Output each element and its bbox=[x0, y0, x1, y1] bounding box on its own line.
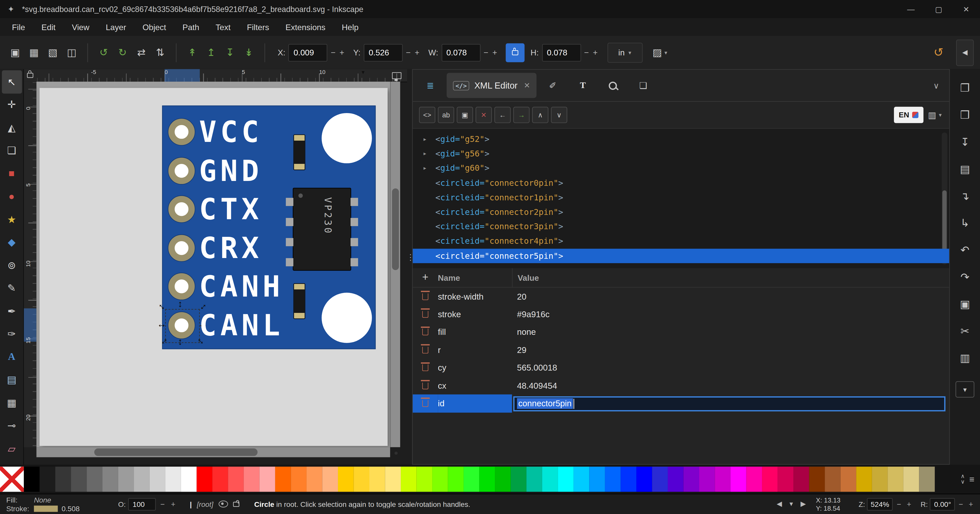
palette-swatch[interactable] bbox=[872, 466, 888, 492]
xml-node-g52[interactable]: ▸<g id="g52"> bbox=[413, 132, 949, 146]
palette-swatch[interactable] bbox=[479, 466, 495, 492]
connector-pad-ctx[interactable] bbox=[169, 196, 195, 222]
new-element-node-button[interactable]: <> bbox=[419, 107, 435, 123]
delete-attribute-button[interactable] bbox=[413, 306, 438, 323]
palette-swatch[interactable] bbox=[589, 466, 605, 492]
lower-button[interactable]: ↧ bbox=[221, 42, 239, 63]
delete-attribute-button[interactable] bbox=[413, 323, 438, 341]
new-document-icon[interactable]: ❐ bbox=[960, 83, 970, 94]
dock-collapse-icon[interactable]: ∨ bbox=[933, 81, 939, 90]
connector-pad-gnd[interactable] bbox=[169, 158, 195, 184]
xml-node-connector2pin[interactable]: <circle id="connector2pin"> bbox=[413, 205, 949, 219]
palette-swatch[interactable] bbox=[401, 466, 417, 492]
zoom-decrement-button[interactable]: − bbox=[895, 500, 903, 508]
duplicate-icon[interactable]: ▣ bbox=[960, 299, 970, 310]
mounting-hole[interactable] bbox=[321, 113, 372, 163]
raise-to-top-button[interactable]: ↟ bbox=[183, 42, 201, 63]
palette-swatch[interactable] bbox=[353, 466, 369, 492]
width-increment-button[interactable]: + bbox=[490, 44, 499, 61]
tab-document[interactable]: ❏ bbox=[629, 73, 657, 98]
flip-horizontal-button[interactable]: ⇄ bbox=[132, 42, 150, 63]
no-color-swatch[interactable] bbox=[0, 466, 24, 492]
palette-swatch[interactable] bbox=[150, 466, 165, 492]
mesh-tool[interactable]: ▦ bbox=[2, 391, 22, 414]
current-layer-label[interactable]: [root] bbox=[197, 500, 213, 508]
component-capacitor[interactable] bbox=[293, 283, 305, 319]
y-decrement-button[interactable]: − bbox=[404, 44, 412, 61]
rotation-decrement-button[interactable]: − bbox=[957, 500, 965, 508]
display-mode-button[interactable] bbox=[391, 70, 402, 81]
cut-icon[interactable]: ✂ bbox=[960, 326, 969, 337]
palette-swatch[interactable] bbox=[652, 466, 668, 492]
rotation-input[interactable]: 0.00° bbox=[930, 498, 955, 511]
breadboard-drawing[interactable]: VP230 ↔↔↔↔↔↔↕↕ VCCGNDCTXCRXCANHCANL bbox=[162, 105, 376, 349]
vertical-scrollbar[interactable] bbox=[390, 82, 400, 447]
palette-swatch[interactable] bbox=[448, 466, 464, 492]
spiral-tool[interactable]: ⊚ bbox=[2, 254, 22, 277]
attribute-value[interactable]: 565.00018 bbox=[512, 363, 949, 372]
palette-swatch[interactable] bbox=[904, 466, 919, 492]
ruler-corner[interactable] bbox=[24, 69, 37, 82]
horizontal-scrollbar-thumb[interactable] bbox=[94, 449, 258, 456]
canvas[interactable]: VP230 ↔↔↔↔↔↔↕↕ VCCGNDCTXCRXCANHCANL bbox=[37, 82, 390, 447]
palette-swatch[interactable] bbox=[668, 466, 684, 492]
palette-swatch[interactable] bbox=[856, 466, 872, 492]
zoom-increment-button[interactable]: + bbox=[905, 500, 913, 508]
palette-menu-button[interactable]: ≡ bbox=[969, 474, 974, 484]
shape-builder-tool[interactable]: ◭ bbox=[2, 116, 22, 139]
palette-swatch[interactable] bbox=[699, 466, 715, 492]
height-increment-button[interactable]: + bbox=[591, 44, 600, 61]
undo-icon[interactable]: ↶ bbox=[960, 245, 969, 256]
palette-swatch[interactable] bbox=[620, 466, 636, 492]
palette-swatch[interactable] bbox=[244, 466, 259, 492]
delete-attribute-button[interactable] bbox=[413, 395, 438, 412]
palette-swatch[interactable] bbox=[71, 466, 87, 492]
xml-node-g56[interactable]: ▸<g id="g56"> bbox=[413, 146, 949, 161]
collapse-snap-toolbar-button[interactable]: ◀ bbox=[956, 39, 974, 65]
star-tool[interactable]: ★ bbox=[2, 208, 22, 231]
select-touch-toggle[interactable]: ▦ bbox=[25, 42, 43, 63]
rotate-ccw-button[interactable]: ↺ bbox=[95, 42, 113, 63]
palette-swatch[interactable] bbox=[40, 466, 56, 492]
xml-node-connector5pin[interactable]: <circle id="connector5pin"> bbox=[413, 248, 949, 263]
attribute-value[interactable]: none bbox=[512, 328, 949, 337]
delete-attribute-button[interactable] bbox=[413, 377, 438, 395]
x-decrement-button[interactable]: − bbox=[329, 44, 337, 61]
menu-item-file[interactable]: File bbox=[4, 18, 33, 36]
palette-swatch[interactable] bbox=[495, 466, 511, 492]
xml-node-connector1pin[interactable]: <circle id="connector1pin"> bbox=[413, 190, 949, 205]
attribute-value[interactable]: 29 bbox=[512, 345, 949, 355]
y-increment-button[interactable]: + bbox=[413, 44, 422, 61]
vertical-scrollbar-thumb[interactable] bbox=[392, 188, 399, 270]
attribute-row-cx[interactable]: cx48.409454 bbox=[413, 377, 949, 395]
raise-button[interactable]: ↥ bbox=[202, 42, 220, 63]
move-node-up-button[interactable]: ∧ bbox=[532, 107, 548, 123]
import-icon[interactable]: ↴ bbox=[960, 191, 969, 202]
width-input[interactable]: 0.078 bbox=[441, 44, 480, 61]
palette-swatch[interactable] bbox=[338, 466, 354, 492]
lower-to-bottom-button[interactable]: ↡ bbox=[240, 42, 258, 63]
unindent-node-button[interactable]: ← bbox=[495, 107, 511, 123]
delete-attribute-button[interactable] bbox=[413, 341, 438, 359]
palette-swatch[interactable] bbox=[212, 466, 228, 492]
attribute-value[interactable]: #9a916c bbox=[512, 310, 949, 319]
tab-text-font[interactable]: T bbox=[569, 73, 597, 98]
attribute-row-id[interactable]: idconnector5pin bbox=[413, 395, 949, 412]
palette-swatch[interactable] bbox=[322, 466, 338, 492]
eraser-tool[interactable]: ▱ bbox=[2, 437, 22, 460]
attribute-row-r[interactable]: r29 bbox=[413, 341, 949, 359]
x-input[interactable]: 0.009 bbox=[288, 44, 328, 61]
close-tab-icon[interactable]: ✕ bbox=[524, 81, 530, 89]
palette-swatch[interactable] bbox=[369, 466, 385, 492]
delete-node-button[interactable]: ✕ bbox=[476, 107, 492, 123]
palette-swatch[interactable] bbox=[683, 466, 699, 492]
duplicate-node-button[interactable]: ▣ bbox=[457, 107, 473, 123]
indent-node-button[interactable]: → bbox=[513, 107, 530, 123]
expand-triangle-icon[interactable]: ▸ bbox=[423, 150, 427, 158]
palette-swatch[interactable] bbox=[574, 466, 589, 492]
palette-swatch[interactable] bbox=[87, 466, 103, 492]
horizontal-ruler[interactable]: ▼ -50510 bbox=[37, 69, 407, 83]
palette-swatch[interactable] bbox=[275, 466, 291, 492]
palette-swatch[interactable] bbox=[778, 466, 794, 492]
move-node-down-button[interactable]: ∨ bbox=[551, 107, 567, 123]
